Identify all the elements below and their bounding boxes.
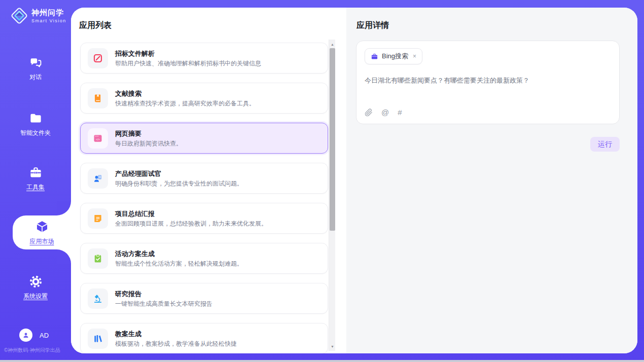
app-window: 应用列表 招标文件解析 帮助用户快速、准确地理解和解析招标书中的关键信息 [0,0,644,362]
brand-logo-icon [10,7,28,25]
hash-icon[interactable]: # [398,108,402,117]
gear-icon [29,275,43,288]
app-detail-panel: 应用详情 Bing搜索 × 今日湖北有哪些新闻要点？有哪些需要关注的最新政策？ … [346,8,637,353]
sidebar-item-toolset[interactable]: 工具集 [0,166,71,192]
sidebar-item-smart-folder[interactable]: 智能文件夹 [0,112,71,137]
app-card-title: 项目总结汇报 [115,209,267,218]
window-bottom-edge [0,360,644,362]
books-icon [88,329,108,349]
run-button[interactable]: 运行 [590,137,620,152]
sidebar-item-app-market[interactable]: 应用市场 [13,215,71,249]
sidebar-item-chat[interactable]: 对话 [0,56,71,82]
app-card-title: 招标文件解析 [115,49,261,58]
main-content: 应用列表 招标文件解析 帮助用户快速、准确地理解和解析招标书中的关键信息 [71,8,637,353]
tool-tag-label: Bing搜索 [382,52,408,61]
chat-icon [29,56,43,69]
close-icon[interactable]: × [413,53,416,60]
sidebar-item-label: 工具集 [26,183,45,192]
active-tab-curve-top [57,201,71,215]
list-scrollbar[interactable]: ▲ ▼ [329,40,335,351]
brand-subtitle: Smart Vision [31,18,66,23]
folder-icon [29,112,43,125]
sidebar-item-label: 系统设置 [23,292,48,301]
app-card-lesson-plan[interactable]: 教案生成 模板驱动，教案秒成，教学准备从此轻松快捷 [80,323,328,353]
user-initials: AD [40,332,49,339]
sidebar-item-label: 智能文件夹 [20,129,51,137]
app-card-desc: 模板驱动，教案秒成，教学准备从此轻松快捷 [115,340,237,348]
interviewer-icon [88,168,108,189]
toolbox-icon [29,166,43,179]
query-card: Bing搜索 × 今日湖北有哪些新闻要点？有哪些需要关注的最新政策？ @ # [356,41,620,124]
sidebar-item-settings[interactable]: 系统设置 [0,275,71,301]
app-card-title: 网页摘要 [115,129,182,138]
app-card-title: 文献搜索 [115,89,255,98]
app-card-list: 招标文件解析 帮助用户快速、准确地理解和解析招标书中的关键信息 文献搜索 快速精… [80,43,328,353]
app-card-desc: 一键智能生成高质量长文本研究报告 [115,300,212,308]
scroll-up-icon[interactable]: ▲ [329,41,336,48]
clipboard-check-icon [88,248,108,269]
scrollbar-thumb[interactable] [330,48,335,231]
brand-name: 神州问学 [31,8,66,18]
browser-code-icon: </> [88,128,108,149]
query-text[interactable]: 今日湖北有哪些新闻要点？有哪些需要关注的最新政策？ [365,76,608,85]
app-card-project-summary[interactable]: 项目总结汇报 全面回顾项目进展，总结经验教训，助力未来优化发展。 [80,203,328,234]
copyright-text: ©神州数码·神州问学出品 [4,347,60,354]
app-card-desc: 全面回顾项目进展，总结经验教训，助力未来优化发展。 [115,220,267,228]
app-list-panel: 应用列表 招标文件解析 帮助用户快速、准确地理解和解析招标书中的关键信息 [71,8,346,353]
edit-square-icon [88,48,108,68]
mention-icon[interactable]: @ [381,108,389,117]
avatar [19,329,32,342]
book-icon [88,88,108,108]
app-card-desc: 明确身份和职责，为您提供专业性的面试问题。 [115,179,243,188]
brand: 神州问学 Smart Vision [10,7,66,25]
briefcase-icon [371,53,378,60]
app-card-bid-parse[interactable]: 招标文件解析 帮助用户快速、准确地理解和解析招标书中的关键信息 [80,43,328,74]
app-card-title: 研究报告 [115,289,212,298]
app-card-desc: 智能生成个性化活动方案，轻松解决规划难题。 [115,260,243,268]
paperclip-icon[interactable] [365,108,373,117]
app-card-desc: 每日政府新闻资讯快查。 [115,139,182,148]
sidebar: 神州问学 Smart Vision 对话 智能文件夹 工具集 [0,0,71,362]
app-card-research-report[interactable]: 研究报告 一键智能生成高质量长文本研究报告 [80,283,328,314]
app-card-event-plan[interactable]: 活动方案生成 智能生成个性化活动方案，轻松解决规划难题。 [80,243,328,274]
cube-icon [35,220,49,234]
sidebar-item-label: 对话 [29,73,42,82]
app-card-literature-search[interactable]: 文献搜索 快速精准查找学术资源，提高研究效率的必备工具。 [80,83,328,114]
user-chip[interactable]: AD [19,329,49,342]
app-card-web-summary[interactable]: </> 网页摘要 每日政府新闻资讯快查。 [80,123,328,154]
compose-toolbar: @ # [365,108,402,117]
microscope-icon [88,288,108,309]
sidebar-item-label: 应用市场 [30,237,54,246]
app-list-title: 应用列表 [79,20,112,31]
active-tab-curve-bottom [57,249,71,264]
tool-tag-bing-search[interactable]: Bing搜索 × [365,48,422,64]
app-card-title: 活动方案生成 [115,249,243,258]
memo-icon [88,208,108,229]
scroll-down-icon[interactable]: ▼ [329,343,336,350]
app-card-pm-interviewer[interactable]: 产品经理面试官 明确身份和职责，为您提供专业性的面试问题。 [80,163,328,194]
app-card-desc: 帮助用户快速、准确地理解和解析招标书中的关键信息 [115,59,261,67]
app-card-title: 产品经理面试官 [115,169,243,178]
app-card-desc: 快速精准查找学术资源，提高研究效率的必备工具。 [115,99,255,107]
svg-text:</>: </> [96,138,100,141]
app-detail-title: 应用详情 [356,20,389,31]
app-card-title: 教案生成 [115,330,237,338]
